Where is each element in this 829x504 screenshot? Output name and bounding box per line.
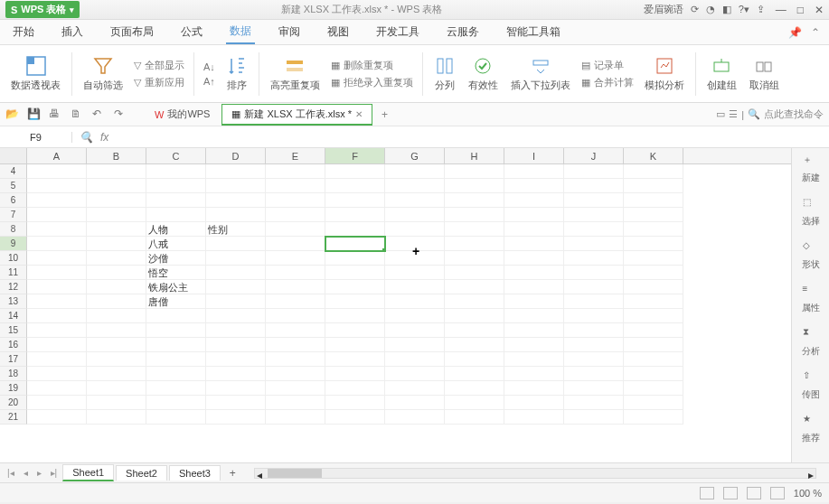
cell-B7[interactable] xyxy=(87,208,146,222)
menu-tab-view[interactable]: 视图 xyxy=(324,21,353,43)
cell-G6[interactable] xyxy=(385,193,445,208)
row-header-9[interactable]: 9 xyxy=(0,237,27,251)
view-normal-button[interactable] xyxy=(700,487,714,499)
list-icon[interactable]: ☰ xyxy=(729,108,738,120)
cell-J20[interactable] xyxy=(564,396,624,410)
zoom-control[interactable]: 100 % xyxy=(794,488,822,499)
cell-I15[interactable] xyxy=(504,323,564,338)
col-header-G[interactable]: G xyxy=(385,148,445,163)
cell-B14[interactable] xyxy=(87,309,146,323)
cell-K16[interactable] xyxy=(624,338,683,352)
cell-F17[interactable] xyxy=(325,352,385,367)
cell-F9[interactable] xyxy=(325,237,385,251)
cell-G15[interactable] xyxy=(385,323,445,338)
cell-F11[interactable] xyxy=(325,266,385,280)
cell-F7[interactable] xyxy=(325,208,385,222)
reject-dup-button[interactable]: ▦拒绝录入重复项 xyxy=(327,75,417,90)
cell-K11[interactable] xyxy=(624,266,683,280)
col-header-K[interactable]: K xyxy=(624,148,683,163)
cell-E17[interactable] xyxy=(266,352,325,367)
cell-G8[interactable] xyxy=(385,222,445,237)
sidepanel-形状[interactable]: ◇形状 xyxy=(802,240,820,271)
cell-C9[interactable]: 八戒 xyxy=(146,237,206,251)
cell-K12[interactable] xyxy=(624,280,683,294)
cell-I12[interactable] xyxy=(504,280,564,294)
add-sheet-button[interactable]: + xyxy=(222,467,243,480)
cell-D8[interactable]: 性别 xyxy=(206,222,266,237)
cell-K14[interactable] xyxy=(624,309,683,323)
cell-D7[interactable] xyxy=(206,208,266,222)
cell-D21[interactable] xyxy=(206,410,266,425)
cell-K9[interactable] xyxy=(624,237,683,251)
cell-C20[interactable] xyxy=(146,396,206,410)
cell-J17[interactable] xyxy=(564,352,624,367)
cell-I11[interactable] xyxy=(504,266,564,280)
cell-D4[interactable] xyxy=(206,164,266,179)
menu-tab-insert[interactable]: 插入 xyxy=(58,21,87,43)
cell-K7[interactable] xyxy=(624,208,683,222)
row-header-10[interactable]: 10 xyxy=(0,251,27,266)
cell-J12[interactable] xyxy=(564,280,624,294)
cell-B12[interactable] xyxy=(87,280,146,294)
col-header-H[interactable]: H xyxy=(445,148,504,163)
cell-A10[interactable] xyxy=(27,251,87,266)
open-icon[interactable]: 📂 xyxy=(5,107,20,122)
menu-tab-start[interactable]: 开始 xyxy=(9,21,38,43)
save-icon[interactable]: 💾 xyxy=(27,107,42,122)
cell-H17[interactable] xyxy=(445,352,504,367)
undo-icon[interactable]: ↶ xyxy=(92,107,107,122)
collapse-ribbon-icon[interactable]: ⌃ xyxy=(811,26,820,39)
cell-F18[interactable] xyxy=(325,367,385,381)
cell-K10[interactable] xyxy=(624,251,683,266)
cell-H15[interactable] xyxy=(445,323,504,338)
cell-A15[interactable] xyxy=(27,323,87,338)
cell-H7[interactable] xyxy=(445,208,504,222)
cell-H8[interactable] xyxy=(445,222,504,237)
cell-F16[interactable] xyxy=(325,338,385,352)
cell-B15[interactable] xyxy=(87,323,146,338)
cell-G19[interactable] xyxy=(385,381,445,396)
view-reading-button[interactable] xyxy=(770,487,785,499)
view-pagebreak-button[interactable] xyxy=(747,487,761,499)
cell-A21[interactable] xyxy=(27,410,87,425)
cell-C17[interactable] xyxy=(146,352,206,367)
dropdown-list-button[interactable]: 插入下拉列表 xyxy=(505,53,576,94)
cell-K20[interactable] xyxy=(624,396,683,410)
cell-I4[interactable] xyxy=(504,164,564,179)
cell-J9[interactable] xyxy=(564,237,624,251)
cell-G4[interactable] xyxy=(385,164,445,179)
cell-D17[interactable] xyxy=(206,352,266,367)
cell-J18[interactable] xyxy=(564,367,624,381)
cell-I10[interactable] xyxy=(504,251,564,266)
menu-tab-devtools[interactable]: 开发工具 xyxy=(372,21,423,43)
cell-C15[interactable] xyxy=(146,323,206,338)
cell-G16[interactable] xyxy=(385,338,445,352)
cell-E16[interactable] xyxy=(266,338,325,352)
cell-J19[interactable] xyxy=(564,381,624,396)
scrollbar-thumb[interactable] xyxy=(268,469,322,478)
cell-D6[interactable] xyxy=(206,193,266,208)
upload-icon[interactable]: ⇪ xyxy=(757,4,765,15)
cell-I6[interactable] xyxy=(504,193,564,208)
cell-D19[interactable] xyxy=(206,381,266,396)
row-header-5[interactable]: 5 xyxy=(0,179,27,193)
pivot-table-button[interactable]: 数据透视表 xyxy=(5,53,66,94)
minimize-button[interactable]: — xyxy=(776,4,787,16)
help-icon[interactable]: ?▾ xyxy=(739,4,749,15)
sidepanel-属性[interactable]: ≡属性 xyxy=(802,284,820,314)
row-header-20[interactable]: 20 xyxy=(0,396,27,410)
col-header-A[interactable]: A xyxy=(27,148,87,163)
cell-F14[interactable] xyxy=(325,309,385,323)
validation-button[interactable]: 有效性 xyxy=(463,53,504,94)
cell-F4[interactable] xyxy=(325,164,385,179)
cell-A8[interactable] xyxy=(27,222,87,237)
view-pagelayout-button[interactable] xyxy=(723,487,738,499)
cell-H14[interactable] xyxy=(445,309,504,323)
cell-I5[interactable] xyxy=(504,179,564,193)
cell-J6[interactable] xyxy=(564,193,624,208)
row-header-21[interactable]: 21 xyxy=(0,410,27,425)
cell-A9[interactable] xyxy=(27,237,87,251)
cell-B6[interactable] xyxy=(87,193,146,208)
cell-H5[interactable] xyxy=(445,179,504,193)
print-icon[interactable]: 🖶 xyxy=(49,107,63,122)
